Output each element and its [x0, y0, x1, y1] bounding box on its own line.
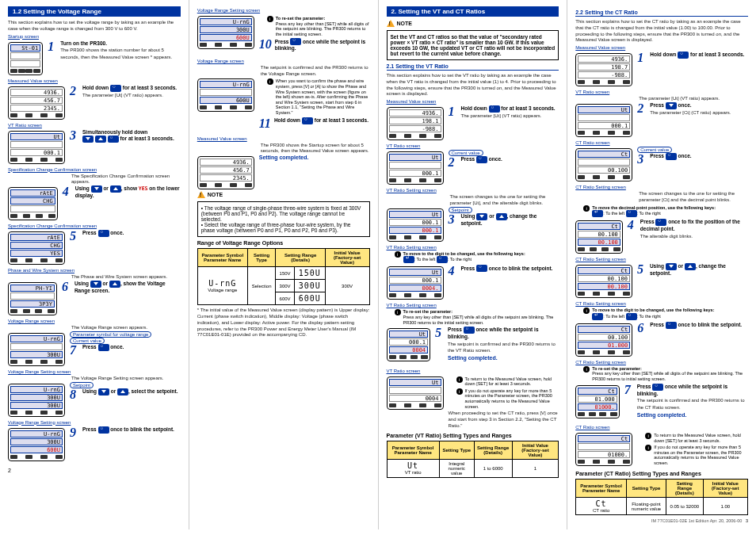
c4-step-7: Press once while the setpoint is blinkin…	[637, 384, 748, 418]
tip-icon: i	[583, 308, 590, 314]
tip-icon: i	[395, 309, 401, 315]
step-number: 5	[637, 263, 647, 276]
lcd: 2345.	[10, 105, 63, 112]
td: 1	[512, 459, 559, 477]
td: Floating-point numeric value	[626, 498, 666, 515]
lcd	[10, 52, 40, 59]
tip-icon: i	[267, 78, 273, 85]
lcd: 00.100	[578, 231, 620, 238]
intro-text: This section explains how to set the vol…	[8, 20, 181, 32]
c3-step-1: Hold down for at least 3 seconds.The par…	[461, 105, 556, 120]
c4-s1-desc: The parameter [Ut] (VT ratio) appears.	[639, 96, 748, 102]
up-icon	[496, 213, 507, 220]
label-measured: Measured Value screen	[387, 99, 559, 104]
lcd: 01.000	[578, 342, 630, 349]
th: Initial Value (Factory-set Value)	[512, 441, 559, 459]
step-number: 2	[449, 156, 458, 169]
td: 300V	[276, 280, 294, 292]
device-vrset2: U-rnG 300U 600U	[8, 428, 65, 461]
c3-s2-desc: The screen changes to the one for settin…	[450, 194, 559, 207]
lcd: 000.1	[389, 338, 429, 346]
tip-icon: i	[267, 16, 273, 22]
lcd: Ut	[389, 379, 441, 386]
step-2: Hold down for at least 3 seconds.The par…	[82, 85, 177, 99]
ent-icon	[592, 210, 603, 217]
lcd: Ct	[578, 223, 620, 230]
lcd	[389, 387, 441, 394]
label-startup: Startup screen	[8, 34, 181, 39]
c3-step-3: Using or , change the setpoint.	[461, 213, 559, 227]
th: Setting Range (Details)	[474, 441, 512, 459]
label-ctset: CT Ratio Setting screen	[575, 185, 748, 189]
tip-icon: i	[456, 376, 463, 383]
device-spec2: rAtE CHG YES	[8, 231, 65, 265]
td: 1.00	[703, 498, 747, 515]
lcd	[578, 114, 630, 121]
lcd: U-rnG	[200, 81, 252, 88]
note-line: • Select the voltage range of three-phas…	[201, 222, 366, 233]
footer-right: IM 77C01E01-02E 1st Edition Apr. 20, 200…	[575, 518, 748, 523]
lcd	[578, 159, 630, 166]
set-icon	[290, 38, 301, 45]
lcd: Ut	[389, 269, 441, 276]
tip-icon: i	[395, 251, 401, 258]
td: 0.05 to 32000	[666, 498, 704, 515]
step-number: 4	[63, 185, 72, 198]
intro-2-2: This section explains how to set the CT …	[575, 19, 748, 44]
lcd: Ut	[10, 133, 63, 140]
lcd: rAtE	[10, 189, 55, 197]
device-spec: rAtE CHG	[8, 187, 58, 220]
down-icon	[476, 213, 487, 220]
device-c4vt: Ut 000.1	[575, 104, 632, 137]
warning-icon	[387, 20, 395, 27]
lcd: 300U	[10, 394, 63, 401]
device-c2a: U-rnG 300U 600U	[197, 16, 254, 49]
step-number: 5	[435, 327, 445, 339]
lcd: 00.100	[578, 283, 630, 290]
s11-desc: The PR300 shows the Startup screen for a…	[261, 143, 370, 155]
td: 300U	[294, 280, 325, 292]
lcd: 01.000	[578, 396, 617, 403]
lcd: 300U	[200, 26, 252, 33]
note-box: Set the VT and CT ratios so that the val…	[387, 30, 559, 60]
lcd: 300U	[10, 351, 63, 358]
c3-step-2: Press once.	[461, 156, 559, 163]
step-6: Using or , show the Voltage Range screen…	[74, 281, 181, 294]
set-icon	[626, 210, 637, 217]
set-icon	[666, 322, 677, 329]
down-icon	[82, 136, 94, 143]
device-c4ct2: Ct 01000.	[575, 433, 632, 466]
tip-icon: i	[583, 205, 590, 212]
device-c2b: U-rnG 600U	[197, 78, 254, 112]
proceed-note: When proceeding to set the CT ratio, pre…	[449, 411, 559, 429]
device-c2c: 4936. 456.7 2345.	[197, 156, 254, 189]
label-ctset2: CT Ratio Setting screen	[575, 257, 748, 262]
vt-ratio-table: Parameter Symbol Parameter NameSetting T…	[387, 441, 559, 478]
note-title: NOTE	[197, 191, 370, 198]
spec-desc: The Specification Change Confirmation sc…	[71, 174, 181, 186]
th: Initial Value (Factory-set Value)	[325, 249, 369, 267]
c3-step-5: Press once while the setpoint is blinkin…	[448, 327, 559, 361]
lcd: Ut	[389, 154, 441, 161]
td: UtVT ratio	[387, 459, 439, 477]
tip-conf: The setpoint is confirmed and the PR300 …	[261, 65, 370, 78]
device-c4s2: Ct 00.100 00.100	[575, 265, 632, 298]
lcd: CHG	[10, 242, 63, 249]
lcd: 000.1	[389, 219, 441, 226]
set-icon	[437, 256, 448, 263]
label-vrange: Voltage Range screen	[8, 319, 181, 323]
page-number-left: 2	[8, 468, 181, 473]
set-icon	[302, 117, 313, 124]
lcd: -988.	[389, 125, 441, 132]
set-icon	[98, 426, 109, 434]
device-c3vt: Ut 000.1	[387, 151, 444, 185]
up-icon	[95, 136, 106, 143]
set-icon	[626, 313, 637, 320]
lcd	[578, 443, 630, 450]
lcd: 456.7	[200, 166, 252, 174]
lcd: 4936.	[200, 159, 252, 166]
set-icon	[110, 85, 121, 92]
lcd: 600U	[200, 97, 252, 104]
section-header-2: 2. Setting the VT and CT Ratios	[387, 6, 559, 17]
td: 600V	[276, 292, 294, 305]
